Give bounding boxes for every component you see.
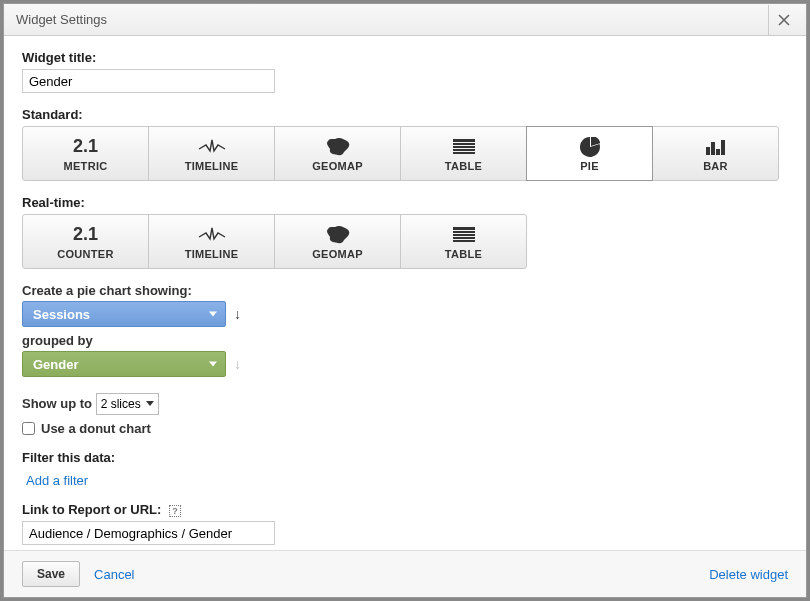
tile-label: TIMELINE <box>185 160 239 172</box>
counter-icon: 2.1 <box>73 224 98 245</box>
filter-label: Filter this data: <box>22 450 788 465</box>
svg-rect-6 <box>711 142 715 155</box>
cancel-link[interactable]: Cancel <box>94 567 134 582</box>
tile-label: GEOMAP <box>312 248 363 260</box>
pie-metric-label: Create a pie chart showing: <box>22 283 788 298</box>
modal-body: Widget title: Standard: 2.1 METRIC TIMEL… <box>4 36 806 550</box>
table-icon <box>453 139 475 155</box>
tile-geomap[interactable]: GEOMAP <box>274 126 401 181</box>
dimension-dropdown-value: Gender <box>33 357 79 372</box>
tile-pie[interactable]: PIE <box>526 126 653 181</box>
tile-timeline[interactable]: TIMELINE <box>148 126 275 181</box>
donut-label: Use a donut chart <box>41 421 151 436</box>
add-filter-link[interactable]: Add a filter <box>26 473 88 488</box>
close-icon <box>778 14 790 26</box>
metric-icon: 2.1 <box>73 136 98 157</box>
tile-label: TABLE <box>445 248 482 260</box>
widget-title-label: Widget title: <box>22 50 788 65</box>
tile-label: TABLE <box>445 160 482 172</box>
tile-rt-table[interactable]: TABLE <box>400 214 527 269</box>
sort-arrow-icon-disabled: ↓ <box>234 356 241 372</box>
tile-label: BAR <box>703 160 728 172</box>
widget-title-input[interactable] <box>22 69 275 93</box>
tile-label: PIE <box>580 160 599 172</box>
tile-rt-geomap[interactable]: GEOMAP <box>274 214 401 269</box>
save-button[interactable]: Save <box>22 561 80 587</box>
svg-rect-11 <box>453 234 475 236</box>
bar-icon <box>705 139 727 155</box>
modal-header: Widget Settings <box>4 4 806 36</box>
svg-rect-7 <box>716 149 720 155</box>
modal-title: Widget Settings <box>16 12 107 27</box>
realtime-label: Real-time: <box>22 195 788 210</box>
svg-rect-5 <box>706 147 710 155</box>
sort-arrow-icon[interactable]: ↓ <box>234 306 241 322</box>
caret-down-icon <box>209 312 217 317</box>
timeline-icon <box>198 139 226 155</box>
slices-select[interactable]: 2 slices <box>96 393 159 415</box>
groupby-label: grouped by <box>22 333 788 348</box>
donut-checkbox[interactable] <box>22 422 35 435</box>
standard-label: Standard: <box>22 107 788 122</box>
link-to-label-text: Link to Report or URL: <box>22 502 161 517</box>
svg-rect-3 <box>453 149 475 151</box>
svg-rect-10 <box>453 231 475 233</box>
tile-label: GEOMAP <box>312 160 363 172</box>
svg-rect-12 <box>453 237 475 239</box>
close-button[interactable] <box>768 5 798 35</box>
help-icon[interactable]: ? <box>169 505 181 517</box>
svg-rect-8 <box>721 140 725 155</box>
widget-settings-modal: Widget Settings Widget title: Standard: … <box>3 3 807 598</box>
tile-bar[interactable]: BAR <box>652 126 779 181</box>
tile-metric[interactable]: 2.1 METRIC <box>22 126 149 181</box>
svg-rect-0 <box>453 139 475 142</box>
link-to-label: Link to Report or URL: ? <box>22 502 788 517</box>
tile-rt-timeline[interactable]: TIMELINE <box>148 214 275 269</box>
geomap-icon <box>325 137 351 157</box>
tile-label: COUNTER <box>57 248 114 260</box>
show-up-to-label: Show up to <box>22 396 92 411</box>
metric-dropdown-value: Sessions <box>33 307 90 322</box>
svg-rect-9 <box>453 227 475 230</box>
geomap-icon <box>325 225 351 245</box>
tile-label: METRIC <box>64 160 108 172</box>
svg-rect-4 <box>453 152 475 154</box>
link-to-input[interactable] <box>22 521 275 545</box>
realtime-row: 2.1 COUNTER TIMELINE GEOMAP TABLE <box>22 214 788 269</box>
svg-rect-2 <box>453 146 475 148</box>
show-up-to-row: Show up to 2 slices <box>22 393 788 415</box>
tile-table[interactable]: TABLE <box>400 126 527 181</box>
dimension-dropdown[interactable]: Gender <box>22 351 226 377</box>
pie-icon <box>580 137 600 157</box>
caret-down-icon <box>209 362 217 367</box>
tile-label: TIMELINE <box>185 248 239 260</box>
modal-footer: Save Cancel Delete widget <box>4 550 806 597</box>
standard-row: 2.1 METRIC TIMELINE GEOMAP TABLE <box>22 126 788 181</box>
svg-rect-13 <box>453 240 475 242</box>
svg-rect-1 <box>453 143 475 145</box>
tile-counter[interactable]: 2.1 COUNTER <box>22 214 149 269</box>
metric-dropdown[interactable]: Sessions <box>22 301 226 327</box>
timeline-icon <box>198 227 226 243</box>
table-icon <box>453 227 475 243</box>
delete-widget-link[interactable]: Delete widget <box>709 567 788 582</box>
